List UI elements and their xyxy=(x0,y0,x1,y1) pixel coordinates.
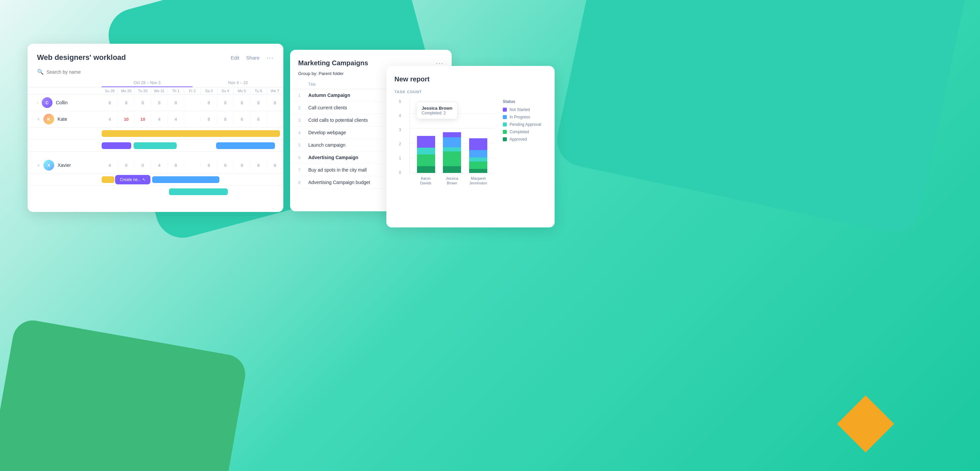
kate-person-cell: ∨ K Kate xyxy=(28,111,102,127)
y-2: 2 xyxy=(399,142,401,146)
legend-completed: Completed xyxy=(503,129,547,134)
legend-dot-approved xyxy=(503,137,507,141)
margaret-in-progress xyxy=(469,150,487,158)
legend-label-approved: Approved xyxy=(509,137,527,142)
collin-d9: 8 xyxy=(234,97,250,108)
xavier-d6 xyxy=(184,162,200,168)
bg-shape-green xyxy=(0,317,248,471)
search-bar: 🔍 xyxy=(28,68,283,79)
bar-aaron xyxy=(417,136,435,173)
xavier-d7: 8 xyxy=(201,160,217,170)
search-icon: 🔍 xyxy=(37,68,44,75)
xavier-d1: 4 xyxy=(102,160,118,170)
create-new-label: Create ne... xyxy=(120,177,141,182)
kate-d1: 4 xyxy=(102,114,118,124)
jessica-not-started xyxy=(443,132,461,137)
aaron-not-started xyxy=(417,136,435,148)
jessica-approved xyxy=(443,166,461,173)
row-num-3: 3 xyxy=(298,118,308,123)
chart-legend: Status Not Started In Progress Pending A… xyxy=(503,99,547,186)
y-1: 1 xyxy=(399,156,401,161)
kate-bar-purple xyxy=(102,142,131,149)
tooltip-value: Completed: 2 xyxy=(422,111,452,115)
legend-label-not-started: Not Started xyxy=(509,107,530,112)
report-title: New report xyxy=(395,75,547,83)
edit-button[interactable]: Edit xyxy=(231,55,239,60)
kate-d9: 6 xyxy=(234,114,250,124)
legend-label-pending: Pending Approval xyxy=(509,122,541,127)
xavier-d10: 8 xyxy=(250,160,267,170)
kate-expand[interactable]: ∨ xyxy=(37,117,40,121)
collin-expand[interactable]: › xyxy=(37,100,38,105)
x-label-jessica: Jessica Brown xyxy=(443,176,461,186)
kate-d11 xyxy=(267,116,283,122)
workload-card: Web designers' workload Edit Share ··· 🔍… xyxy=(28,44,283,212)
legend-dot-pending xyxy=(503,123,507,126)
jessica-pending xyxy=(443,147,461,151)
share-button[interactable]: Share xyxy=(246,55,259,60)
aaron-pending xyxy=(417,148,435,154)
jessica-in-progress xyxy=(443,137,461,147)
kate-d5: 4 xyxy=(168,114,184,124)
legend-not-started: Not Started xyxy=(503,107,547,112)
collin-name: Collin xyxy=(56,100,68,105)
week2-label: Nov 4 – 10 xyxy=(192,79,283,87)
search-input[interactable] xyxy=(46,69,105,75)
bar-margaret xyxy=(469,138,487,173)
row-num-6: 6 xyxy=(298,155,308,160)
xavier-expand[interactable]: ∨ xyxy=(37,163,40,167)
aaron-completed xyxy=(417,154,435,166)
kate-d3: 10 xyxy=(135,114,151,124)
chart-area: 5 4 3 2 1 0 xyxy=(395,99,547,186)
day-mo29: Mo 29 xyxy=(118,88,135,94)
day-fr2: Fr 2 xyxy=(184,88,200,94)
collin-d10: 8 xyxy=(250,97,267,108)
xavier-bar-teal xyxy=(169,188,228,195)
day-we31: We 31 xyxy=(151,88,168,94)
kate-bar-yellow xyxy=(102,130,280,137)
collin-avatar: C xyxy=(42,97,52,108)
row-num-2: 2 xyxy=(298,105,308,110)
legend-title: Status xyxy=(503,99,547,104)
x-axis-labels: Aaron Davids Jessica Brown MargaretJenni… xyxy=(409,173,495,186)
legend-in-progress: In Progress xyxy=(503,115,547,119)
legend-label-completed: Completed xyxy=(509,129,529,134)
xavier-person-cell: ∨ X Xavier xyxy=(28,157,102,173)
margaret-pending xyxy=(469,158,487,161)
xavier-d2: 0 xyxy=(118,160,135,170)
margaret-completed xyxy=(469,161,487,169)
kate-d7: 8 xyxy=(201,114,217,124)
legend-dot-completed xyxy=(503,130,507,134)
empty-spacer xyxy=(28,152,283,157)
kate-d4: 4 xyxy=(151,114,168,124)
kate-d10: 6 xyxy=(250,114,267,124)
collin-d2: 8 xyxy=(118,97,135,108)
xavier-avatar: X xyxy=(43,160,54,170)
xavier-bar-blue xyxy=(152,176,220,183)
margaret-not-started xyxy=(469,138,487,150)
xavier-d8: 8 xyxy=(217,160,234,170)
campaigns-title: Marketing Campaigns xyxy=(298,59,368,67)
collin-d4: 8 xyxy=(151,97,168,108)
task-count-label: TASK COUNT xyxy=(395,90,547,94)
collin-d5: 8 xyxy=(168,97,184,108)
more-options-button[interactable]: ··· xyxy=(266,54,274,62)
collin-row: › C Collin 8 8 8 8 8 8 8 8 8 8 xyxy=(28,94,283,111)
xavier-d11: 8 xyxy=(267,160,283,170)
xavier-d3: 0 xyxy=(135,160,151,170)
day-th1: Th 1 xyxy=(168,88,184,94)
week-labels-row: Oct 28 – Nov 3 Nov 4 – 10 xyxy=(28,79,283,88)
create-new-button[interactable]: Create ne... ↖ xyxy=(115,175,150,185)
xavier-bars-row1: Create ne... ↖ xyxy=(28,173,283,186)
row-num-4: 4 xyxy=(298,130,308,135)
grid-line-3 xyxy=(410,128,495,129)
group-by-value: Parent folder xyxy=(319,71,344,76)
kate-d8: 8 xyxy=(217,114,234,124)
legend-approved: Approved xyxy=(503,137,547,142)
row-num-7: 7 xyxy=(298,167,308,173)
xavier-name: Xavier xyxy=(57,162,71,168)
workload-header: Web designers' workload Edit Share ··· xyxy=(28,53,283,68)
bg-shape-teal2 xyxy=(552,0,970,237)
week1-label: Oct 28 – Nov 3 xyxy=(102,79,192,87)
day-tu30: Tu 30 xyxy=(135,88,151,94)
